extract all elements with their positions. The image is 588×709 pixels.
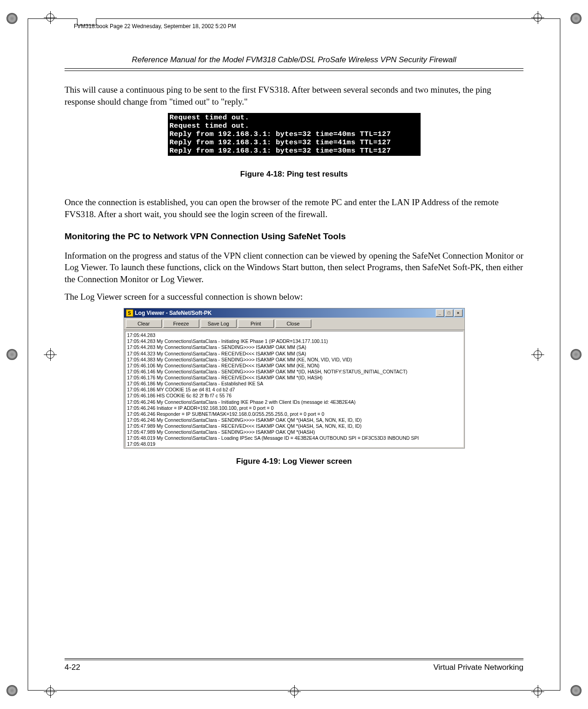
clear-button[interactable]: Clear	[126, 319, 162, 328]
header-rule	[65, 71, 523, 71]
log-line: 17:05:44.323 My Connections\SantaClara -…	[127, 351, 461, 357]
log-line: 17:05:44.383 My Connections\SantaClara -…	[127, 357, 461, 363]
figure-caption-4-18: Figure 4-18: Ping test results	[65, 170, 523, 179]
log-line: 17:05:46.186 My Connections\SantaClara -…	[127, 381, 461, 387]
close-window-button[interactable]: ×	[454, 309, 463, 317]
crop-mark-icon	[6, 685, 18, 696]
chapter-title: Virtual Private Networking	[434, 663, 523, 672]
log-line: 17:05:46.246 Initiator = IP ADDR=192.168…	[127, 405, 461, 411]
paragraph: Information on the progress and status o…	[65, 250, 523, 285]
log-line: 17:05:44.283 My Connections\SantaClara -…	[127, 338, 461, 344]
log-line: 17:05:47.989 My Connections\SantaClara -…	[127, 423, 461, 429]
maximize-button[interactable]: □	[445, 309, 453, 317]
log-line: 17:05:47.989 My Connections\SantaClara -…	[127, 429, 461, 435]
freeze-button[interactable]: Freeze	[163, 319, 199, 328]
paragraph: This will cause a continuous ping to be …	[65, 84, 523, 107]
log-line: 17:05:46.186 HIS COOKIE 6c 82 2f fb f7 c…	[127, 393, 461, 399]
close-button[interactable]: Close	[275, 319, 311, 328]
figure-caption-4-19: Figure 4-19: Log Viewer screen	[65, 457, 523, 466]
page-footer: 4-22 Virtual Private Networking	[65, 658, 523, 672]
crop-mark-icon	[6, 349, 18, 360]
book-meta-text: FVM318.book Page 22 Wednesday, September…	[74, 23, 236, 30]
log-line: 17:05:48.019	[127, 441, 461, 447]
log-line: 17:05:44.283	[127, 332, 461, 338]
log-line: 17:05:46.106 My Connections\SantaClara -…	[127, 363, 461, 369]
page-number: 4-22	[65, 663, 80, 672]
minimize-button[interactable]: _	[436, 309, 444, 317]
log-line: 17:05:46.146 My Connections\SantaClara -…	[127, 369, 461, 375]
log-viewer-log-area[interactable]: 17:05:44.28317:05:44.283 My Connections\…	[125, 331, 463, 447]
save-log-button[interactable]: Save Log	[201, 319, 237, 328]
paragraph: The Log Viewer screen for a successful c…	[65, 291, 523, 303]
ping-terminal-output: Request timed out. Request timed out. Re…	[168, 113, 421, 156]
log-line: 17:05:44.283 My Connections\SantaClara -…	[127, 344, 461, 350]
log-line: 17:05:46.186 MY COOKIE 15 ae d4 81 4 cd …	[127, 387, 461, 393]
crop-mark-icon	[570, 13, 582, 24]
log-viewer-title: Log Viewer - SafeNet/Soft-PK	[135, 310, 212, 316]
log-line: 17:05:46.176 My Connections\SantaClara -…	[127, 375, 461, 381]
log-viewer-toolbar: Clear Freeze Save Log Print Close	[124, 318, 464, 330]
running-header: Reference Manual for the Model FVM318 Ca…	[65, 55, 523, 69]
paragraph: Once the connection is established, you …	[65, 196, 523, 220]
log-viewer-titlebar: S Log Viewer - SafeNet/Soft-PK _ □ ×	[124, 308, 464, 318]
safenet-app-icon: S	[126, 309, 133, 317]
section-heading: Monitoring the PC to Network VPN Connect…	[65, 231, 523, 242]
log-line: 17:05:46.246 My Connections\SantaClara -…	[127, 399, 461, 405]
page-content: Reference Manual for the Model FVM318 Ca…	[65, 55, 523, 672]
log-line: 17:05:46.246 Responder = IP SUBNET/MASK=…	[127, 411, 461, 417]
log-viewer-window: S Log Viewer - SafeNet/Soft-PK _ □ × Cle…	[124, 308, 465, 449]
crop-mark-icon	[570, 685, 582, 696]
crop-mark-icon	[6, 13, 18, 24]
log-line: 17:05:48.019 My Connections\SantaClara -…	[127, 435, 461, 441]
print-button[interactable]: Print	[238, 319, 274, 328]
log-line: 17:05:46.246 My Connections\SantaClara -…	[127, 417, 461, 423]
crop-mark-icon	[570, 349, 582, 360]
